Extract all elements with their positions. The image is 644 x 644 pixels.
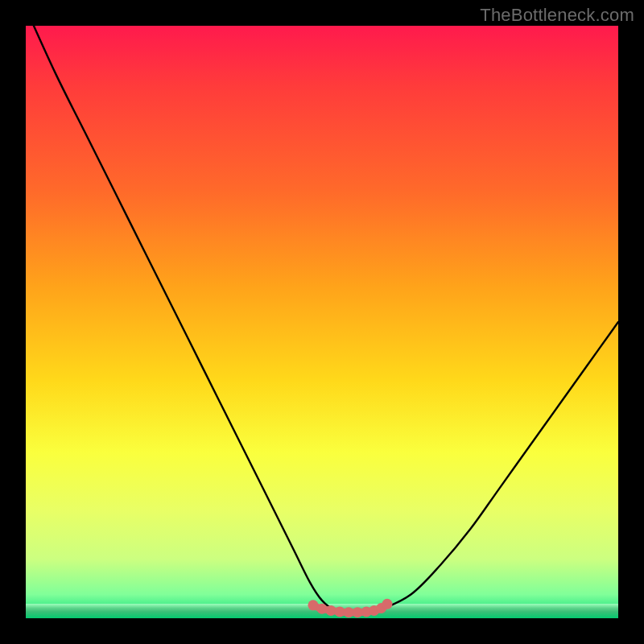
marker-dot	[326, 605, 336, 616]
marker-dot	[382, 599, 392, 609]
bottom-marker-cluster	[308, 599, 392, 617]
chart-frame: TheBottleneck.com	[0, 0, 644, 644]
marker-dot	[353, 607, 363, 617]
watermark-text: TheBottleneck.com	[480, 5, 634, 26]
bottleneck-curve	[26, 26, 618, 613]
plot-area	[26, 26, 618, 618]
marker-dot	[317, 604, 328, 614]
bottleneck-curve-path	[26, 26, 618, 613]
curve-layer	[26, 26, 618, 618]
marker-dot	[335, 606, 345, 617]
